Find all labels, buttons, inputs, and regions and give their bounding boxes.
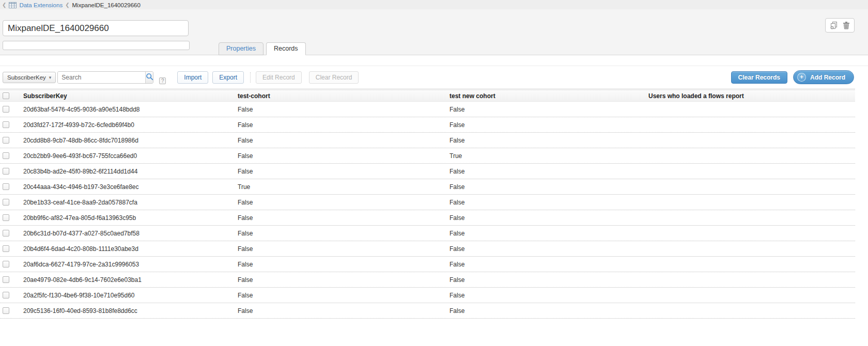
export-button[interactable]: Export — [212, 71, 244, 84]
table-cell: 20be1b33-ceaf-41ce-8aa9-2da057887cfa — [23, 199, 238, 206]
row-checkbox[interactable] — [3, 137, 9, 144]
table-cell: 20cdd8b8-9cb7-48db-86cc-8fdc7018986d — [23, 137, 238, 144]
records-toolbar: SubscriberKey ▾ ? Import Export Edit Rec… — [0, 66, 868, 88]
table-cell: False — [238, 152, 450, 160]
row-checkbox-cell — [0, 230, 23, 237]
table-row[interactable]: 20ae4979-082e-4db6-9c14-7602e6e03ba1Fals… — [0, 272, 855, 288]
table-cell: 20c44aaa-434c-4946-b197-3e3ce6fae8ec — [23, 183, 238, 191]
table-row[interactable]: 20c83b4b-ad2e-45f0-89b2-6f2114dd1d44Fals… — [0, 164, 855, 179]
table-cell: False — [450, 276, 648, 284]
row-checkbox[interactable] — [3, 199, 9, 206]
row-checkbox[interactable] — [3, 292, 9, 298]
search-button[interactable] — [145, 72, 153, 83]
row-checkbox-cell — [0, 183, 23, 190]
table-cell: False — [238, 261, 450, 268]
table-cell: 20b6c31d-b07d-4377-a027-85c0aed7bf58 — [23, 230, 238, 237]
clear-records-button[interactable]: Clear Records — [731, 71, 787, 84]
table-cell: False — [450, 292, 648, 299]
row-checkbox-cell — [0, 276, 23, 283]
table-row[interactable]: 20bb9f6c-af82-47ea-805d-f6a13963c95bFals… — [0, 210, 855, 226]
table-row[interactable]: 20c44aaa-434c-4946-b197-3e3ce6fae8ecTrue… — [0, 179, 855, 195]
field-selector-dropdown[interactable]: SubscriberKey ▾ — [3, 72, 56, 83]
table-cell: 20b4d6f4-6dad-4c20-808b-1111e30abe3d — [23, 245, 238, 253]
table-cell: 20cb2bb9-9ee6-493f-bc67-755fcca66ed0 — [23, 152, 238, 160]
row-checkbox[interactable] — [3, 121, 9, 128]
description-input[interactable] — [3, 41, 190, 50]
column-header-users-flows-report[interactable]: Users who loaded a flows report — [648, 92, 855, 100]
table-row[interactable]: 209c5136-16f0-40ed-8593-81b8fe8dd6ccFals… — [0, 303, 855, 319]
search-box — [57, 71, 153, 84]
row-checkbox[interactable] — [3, 307, 9, 314]
table-cell: False — [450, 261, 648, 268]
table-cell: False — [238, 245, 450, 253]
clear-record-button[interactable]: Clear Record — [309, 71, 359, 84]
row-checkbox-cell — [0, 292, 23, 298]
row-checkbox-cell — [0, 106, 23, 113]
table-cell: False — [238, 168, 450, 175]
column-header-test-cohort[interactable]: test-cohort — [238, 92, 450, 100]
table-cell: False — [450, 230, 648, 237]
row-checkbox[interactable] — [3, 261, 9, 268]
row-checkbox-cell — [0, 245, 23, 252]
row-checkbox[interactable] — [3, 106, 9, 113]
header-area: ❮ Data Extensions ❮ MixpanelDE_164002966… — [0, 0, 868, 55]
row-checkbox-cell — [0, 152, 23, 159]
table-row[interactable]: 20cdd8b8-9cb7-48db-86cc-8fdc7018986dFals… — [0, 133, 855, 148]
column-header-test-new-cohort[interactable]: test new cohort — [450, 92, 648, 100]
table-row[interactable]: 20d3fd27-172f-4939-b72c-6cfedb69f4b0Fals… — [0, 117, 855, 133]
table-cell: False — [238, 214, 450, 222]
tab-records[interactable]: Records — [266, 42, 306, 55]
row-checkbox[interactable] — [3, 230, 9, 237]
row-checkbox[interactable] — [3, 183, 9, 190]
row-checkbox-cell — [0, 261, 23, 268]
table-body: 20d63baf-5476-4c95-9036-a90e5148bdd8Fals… — [0, 102, 855, 319]
table-row[interactable]: 20b4d6f4-6dad-4c20-808b-1111e30abe3dFals… — [0, 241, 855, 257]
table-cell: True — [238, 183, 450, 191]
search-input[interactable] — [58, 72, 145, 83]
edit-record-button[interactable]: Edit Record — [256, 71, 302, 84]
import-button[interactable]: Import — [177, 71, 208, 84]
delete-icon[interactable] — [843, 21, 850, 29]
table-row[interactable]: 20cb2bb9-9ee6-493f-bc67-755fcca66ed0Fals… — [0, 148, 855, 164]
breadcrumb: ❮ Data Extensions ❮ MixpanelDE_164002966… — [0, 0, 868, 9]
table-cell: False — [238, 292, 450, 299]
back-chevron-icon[interactable]: ❮ — [2, 2, 6, 8]
help-icon[interactable]: ? — [159, 77, 166, 84]
table-cell: False — [238, 199, 450, 206]
table-cell: 209c5136-16f0-40ed-8593-81b8fe8dd6cc — [23, 307, 238, 314]
table-cell: True — [450, 152, 648, 160]
table-cell: False — [238, 230, 450, 237]
table-cell: 20af6dca-6627-4179-97ce-2a31c9996053 — [23, 261, 238, 268]
row-checkbox-cell — [0, 214, 23, 221]
table-cell: False — [238, 307, 450, 314]
table-cell: 20d3fd27-172f-4939-b72c-6cfedb69f4b0 — [23, 121, 238, 129]
tab-bar: Properties Records — [219, 42, 306, 55]
table-row[interactable]: 20af6dca-6627-4179-97ce-2a31c9996053Fals… — [0, 257, 855, 272]
table-cell: False — [450, 199, 648, 206]
row-checkbox[interactable] — [3, 152, 9, 159]
table-row[interactable]: 20b6c31d-b07d-4377-a027-85c0aed7bf58Fals… — [0, 226, 855, 241]
select-all-checkbox[interactable] — [3, 92, 9, 99]
breadcrumb-link-data-extensions[interactable]: Data Extensions — [19, 2, 63, 8]
table-row[interactable]: 20be1b33-ceaf-41ce-8aa9-2da057887cfaFals… — [0, 195, 855, 210]
plus-icon: + — [797, 73, 806, 82]
row-checkbox[interactable] — [3, 168, 9, 175]
row-checkbox-cell — [0, 307, 23, 314]
row-checkbox[interactable] — [3, 214, 9, 221]
table-cell: 20bb9f6c-af82-47ea-805d-f6a13963c95b — [23, 214, 238, 222]
tab-properties[interactable]: Properties — [219, 42, 264, 55]
copy-icon[interactable] — [830, 21, 838, 29]
table-row[interactable]: 20a2f5fc-f130-4be6-9f38-10e710e95d60Fals… — [0, 288, 855, 303]
column-header-subscriberkey[interactable]: SubscriberKey — [23, 92, 238, 100]
select-all-cell — [0, 92, 23, 99]
add-record-button[interactable]: + Add Record — [793, 70, 854, 84]
table-row[interactable]: 20d63baf-5476-4c95-9036-a90e5148bdd8Fals… — [0, 102, 855, 117]
row-checkbox[interactable] — [3, 276, 9, 283]
table-cell: False — [450, 245, 648, 253]
row-checkbox[interactable] — [3, 245, 9, 252]
table-header-row: SubscriberKey test-cohort test new cohor… — [0, 88, 855, 102]
table-cell: False — [450, 168, 648, 175]
name-input[interactable] — [3, 20, 189, 36]
table-cell: False — [238, 106, 450, 113]
table-cell: False — [450, 183, 648, 191]
